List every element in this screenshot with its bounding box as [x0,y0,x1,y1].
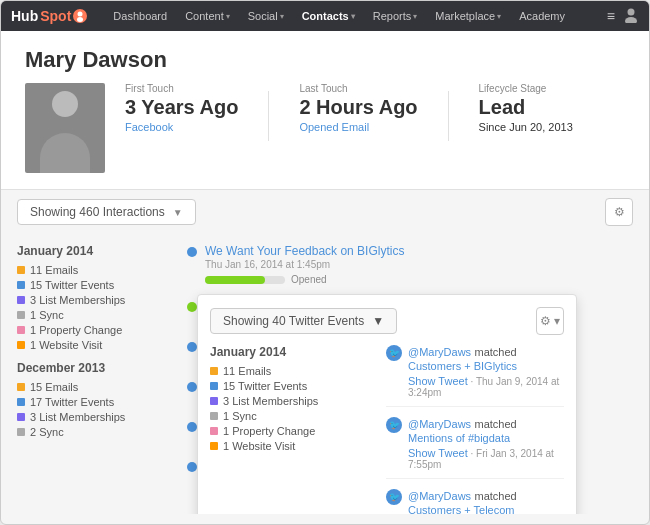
twitter-dot-icon [17,281,25,289]
dropdown-settings-button[interactable]: ⚙ ▾ [536,307,564,335]
twitter-user: @MaryDaws [408,490,471,502]
progress-bar-wrap: Opened [205,274,633,285]
twitter-dot-icon [17,398,25,406]
progress-fill [205,276,265,284]
settings-button[interactable]: ⚙ [605,198,633,226]
twitter-item: 🐦 @MaryDaws matched Customers + Telecom … [386,489,564,514]
twitter-user: @MaryDaws [408,346,471,358]
nav-marketplace[interactable]: Marketplace ▾ [427,6,509,26]
visit-dot-icon [210,442,218,450]
dropdown-filter-label: Showing 40 Twitter Events [223,314,364,328]
chevron-down-icon: ▾ [497,12,501,21]
property-dot-icon [210,427,218,435]
nav-dashboard[interactable]: Dashboard [105,6,175,26]
contact-name: Mary Dawson [25,47,573,73]
sidebar-month-jan2014: January 2014 [17,244,177,258]
twitter-bird-icon: 🐦 [386,417,402,433]
chevron-down-icon: ▼ [173,207,183,218]
timeline-dot-icon [187,302,197,312]
twitter-row: 🐦 @MaryDaws matched Mentions of #bigdata… [386,417,564,470]
dropdown-stat: 11 Emails [210,365,370,377]
contact-header: Mary Dawson First Touch 3 Years Ago Face… [1,31,649,190]
sidebar-stat: 15 Twitter Events [17,279,177,291]
avatar [25,83,105,173]
timeline-title[interactable]: We Want Your Feedback on BIGlytics [205,244,633,258]
menu-icon[interactable]: ≡ [607,8,615,24]
contact-stats: First Touch 3 Years Ago Facebook Last To… [125,83,573,141]
timeline-dot-icon [187,422,197,432]
dropdown-body: January 2014 11 Emails 15 Twitter Events… [210,345,564,514]
sidebar-stat: 3 List Memberships [17,411,177,423]
list-dot-icon [17,413,25,421]
sidebar-stat: 1 Property Change [17,324,177,336]
sync-dot-icon [17,428,25,436]
property-dot-icon [17,326,25,334]
interactions-filter-dropdown[interactable]: Showing 460 Interactions ▼ [17,199,196,225]
timeline-dot-icon [187,382,197,392]
list-dot-icon [210,397,218,405]
sync-dot-icon [17,311,25,319]
show-tweet-link[interactable]: Show Tweet [408,375,468,387]
dropdown-stat: 1 Website Visit [210,440,370,452]
dropdown-stat: 1 Property Change [210,425,370,437]
sidebar-stat: 15 Emails [17,381,177,393]
sidebar-month-dec2013: December 2013 [17,361,177,375]
twitter-row: 🐦 @MaryDaws matched Customers + BIGlytic… [386,345,564,398]
timeline: We Want Your Feedback on BIGlytics Thu J… [187,244,633,514]
stat-divider [268,91,269,141]
twitter-row: 🐦 @MaryDaws matched Customers + Telecom … [386,489,564,514]
left-sidebar: January 2014 11 Emails 15 Twitter Events… [17,244,177,514]
svg-point-3 [628,8,635,15]
svg-point-4 [625,17,637,23]
dropdown-left-stats: January 2014 11 Emails 15 Twitter Events… [210,345,370,514]
nav-reports[interactable]: Reports ▾ [365,6,426,26]
hubspot-logo-icon [73,9,87,23]
sidebar-stat: 2 Sync [17,426,177,438]
twitter-dot-icon [210,382,218,390]
main-area: January 2014 11 Emails 15 Twitter Events… [1,234,649,524]
twitter-filter-dropdown: Showing 40 Twitter Events ▼ ⚙ ▾ January … [197,294,577,514]
twitter-date: Show Tweet · Thu Jan 9, 2014 at 3:24pm [408,375,564,398]
email-dot-icon [17,266,25,274]
first-touch-stat: First Touch 3 Years Ago Facebook [125,83,238,133]
email-dot-icon [210,367,218,375]
dropdown-month-label: January 2014 [210,345,370,359]
dropdown-tweets: 🐦 @MaryDaws matched Customers + BIGlytic… [386,345,564,514]
user-icon[interactable] [623,7,639,26]
twitter-item: 🐦 @MaryDaws matched Mentions of #bigdata… [386,417,564,479]
timeline-dot-icon [187,247,197,257]
show-tweet-link[interactable]: Show Tweet [408,447,468,459]
stat-divider-2 [448,91,449,141]
svg-point-1 [78,12,83,17]
timeline-dot-icon [187,462,197,472]
nav-items: Dashboard Content ▾ Social ▾ Contacts ▾ … [105,6,607,26]
filter-label: Showing 460 Interactions [30,205,165,219]
top-navigation: HubSpot Dashboard Content ▾ Social ▾ Con… [1,1,649,31]
twitter-filter-button[interactable]: Showing 40 Twitter Events ▼ [210,308,397,334]
last-touch-stat: Last Touch 2 Hours Ago Opened Email [299,83,417,133]
email-dot-icon [17,383,25,391]
nav-academy[interactable]: Academy [511,6,573,26]
nav-content[interactable]: Content ▾ [177,6,238,26]
nav-social[interactable]: Social ▾ [240,6,292,26]
chevron-down-icon: ▾ [280,12,284,21]
svg-rect-2 [77,17,83,22]
nav-contacts[interactable]: Contacts ▾ [294,6,363,26]
sidebar-stat: 1 Website Visit [17,339,177,351]
sidebar-stat: 1 Sync [17,309,177,321]
timeline-dot-icon [187,342,197,352]
dropdown-stat: 1 Sync [210,410,370,422]
chevron-down-icon: ▾ [413,12,417,21]
logo-hub-text: Hub [11,8,38,24]
sidebar-stat: 17 Twitter Events [17,396,177,408]
progress-bar [205,276,285,284]
timeline-item: We Want Your Feedback on BIGlytics Thu J… [187,244,633,285]
list-dot-icon [17,296,25,304]
twitter-item: 🐦 @MaryDaws matched Customers + BIGlytic… [386,345,564,407]
twitter-date: Show Tweet · Fri Jan 3, 2014 at 7:55pm [408,447,564,470]
visit-dot-icon [17,341,25,349]
logo-spot-text: Spot [40,8,71,24]
sidebar-stat: 11 Emails [17,264,177,276]
chevron-down-icon: ▼ [372,314,384,328]
twitter-bird-icon: 🐦 [386,489,402,505]
